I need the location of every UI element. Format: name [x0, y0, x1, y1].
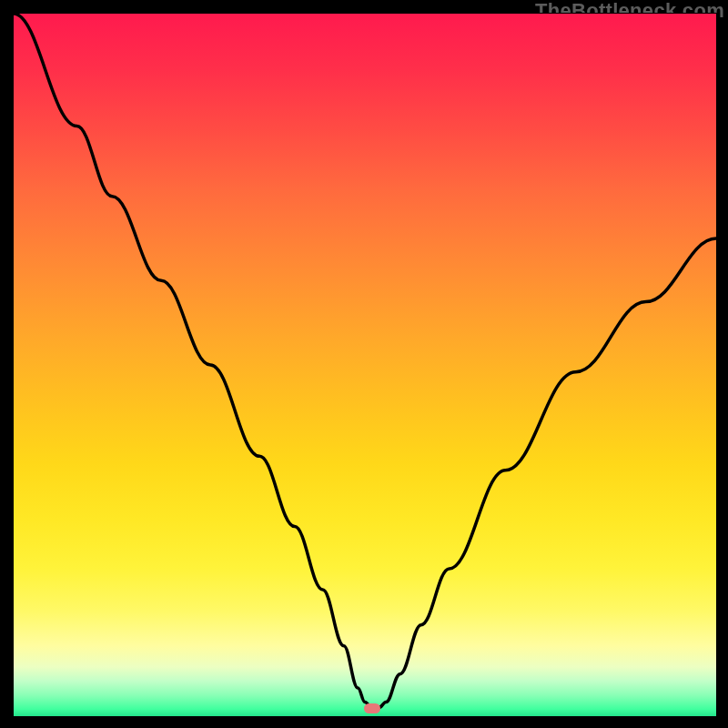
optimum-marker: [364, 703, 380, 713]
bottleneck-curve: [14, 14, 716, 716]
plot-area: [13, 13, 717, 717]
chart-frame: TheBottleneck.com: [0, 0, 728, 728]
